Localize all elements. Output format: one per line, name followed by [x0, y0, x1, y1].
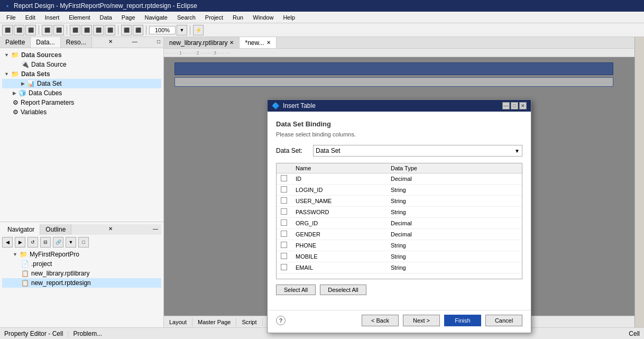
menu-insert[interactable]: Insert [41, 13, 64, 22]
next-button[interactable]: Next > [403, 315, 440, 326]
menu-element[interactable]: Element [65, 13, 94, 22]
cancel-button[interactable]: Cancel [485, 315, 522, 326]
nav-back-btn[interactable]: ◀ [2, 237, 13, 248]
toolbar-btn-5[interactable]: ⬛ [53, 25, 64, 35]
toolbar-btn-extra[interactable]: ⚡ [193, 25, 204, 35]
tree-item-report-parameters[interactable]: ⚙ Report Parameters [2, 98, 161, 107]
nav-file-project[interactable]: 📄 .project [2, 259, 161, 269]
row-checkbox-3[interactable] [281, 208, 287, 215]
nav-forward-btn[interactable]: ▶ [15, 237, 25, 248]
tree-item-data-cubes[interactable]: ▶ 🧊 Data Cubes [2, 88, 161, 98]
menu-navigate[interactable]: Navigate [141, 13, 172, 22]
row-checkbox-7[interactable] [281, 253, 287, 259]
table-row[interactable]: EMAIL String [277, 262, 522, 273]
right-gutter [634, 37, 644, 327]
modal-minimize-btn[interactable]: — [502, 102, 510, 109]
row-checkbox-2[interactable] [281, 197, 287, 204]
tab-outline[interactable]: Outline [40, 224, 71, 235]
table-row[interactable]: ID Decimal [277, 173, 522, 185]
tree-item-data-set[interactable]: ▶ 📊 Data Set [2, 79, 161, 88]
row-checkbox-5[interactable] [281, 231, 287, 237]
row-checkbox-1[interactable] [281, 186, 287, 193]
tree-item-variables[interactable]: ⚙ Variables [2, 107, 161, 117]
params-icon: ⚙ [13, 99, 19, 106]
modal-maximize-btn[interactable]: □ [511, 102, 518, 109]
toolbar-btn-2[interactable]: ⬛ [14, 25, 24, 35]
tab-library-close[interactable]: ✕ [229, 40, 234, 45]
dataset-select[interactable]: Data Set ▼ [313, 145, 522, 157]
menu-page[interactable]: Page [117, 13, 140, 22]
tab-script[interactable]: Script [236, 318, 262, 326]
toolbar-btn-1[interactable]: ⬛ [2, 25, 13, 35]
tab-data[interactable]: Data... [31, 37, 60, 48]
row-checkbox-0[interactable] [281, 175, 287, 181]
menu-bar: File Edit Insert Element Data Page Navig… [0, 12, 644, 23]
back-button[interactable]: < Back [362, 315, 399, 326]
nav-file-library[interactable]: 📋 new_library.rptlibrary [2, 269, 161, 278]
menu-project[interactable]: Project [201, 13, 227, 22]
row-name-6: PHONE [291, 240, 387, 251]
finish-button[interactable]: Finish [444, 315, 481, 326]
menu-file[interactable]: File [2, 13, 20, 22]
table-row[interactable]: PASSWORD String [277, 207, 522, 218]
expand-data-sources[interactable]: ▼ [4, 52, 9, 58]
tab-new-report[interactable]: *new... ✕ [240, 37, 276, 48]
row-checkbox-6[interactable] [281, 242, 287, 248]
expand-dataset[interactable]: ▶ [21, 81, 25, 86]
panel-close-btn[interactable]: ✕ [105, 37, 116, 48]
toolbar-btn-11[interactable]: ⬛ [133, 25, 143, 35]
row-type-8: String [387, 262, 522, 273]
binding-columns-table-container[interactable]: Name Data Type ID Decimal LOGIN_ID Strin… [276, 163, 522, 279]
panel-maximize-btn[interactable]: □ [154, 37, 163, 48]
select-arrow-icon: ▼ [514, 148, 520, 154]
menu-edit[interactable]: Edit [21, 13, 40, 22]
nav-close-btn[interactable]: ✕ [105, 224, 116, 235]
menu-run[interactable]: Run [228, 13, 247, 22]
tab-library[interactable]: new_library.rptlibrary ✕ [164, 37, 240, 48]
tab-navigator[interactable]: Navigator [2, 224, 40, 235]
table-row[interactable]: USER_NAME String [277, 196, 522, 207]
expand-data-sets[interactable]: ▼ [4, 71, 9, 77]
table-row[interactable]: PHONE String [277, 240, 522, 251]
select-all-button[interactable]: Select All [276, 285, 316, 295]
app-icon: 🔹 [4, 3, 11, 9]
toolbar-btn-8[interactable]: ⬛ [93, 25, 104, 35]
deselect-all-button[interactable]: Deselect All [320, 285, 366, 295]
toolbar-btn-10[interactable]: ⬛ [121, 25, 132, 35]
toolbar-btn-7[interactable]: ⬛ [81, 25, 92, 35]
row-checkbox-4[interactable] [281, 219, 287, 226]
tree-item-data-source[interactable]: 🔌 Data Source [2, 60, 161, 69]
table-row[interactable]: GENDER Decimal [277, 229, 522, 240]
tab-report-close[interactable]: ✕ [266, 40, 271, 45]
row-name-3: PASSWORD [291, 207, 387, 218]
panel-minimize-btn[interactable]: — [129, 37, 141, 48]
toolbar-btn-9[interactable]: ⬛ [105, 25, 115, 35]
table-row[interactable]: ORG_ID Decimal [277, 218, 522, 229]
menu-search[interactable]: Search [173, 13, 200, 22]
zoom-input[interactable]: 100% [149, 26, 176, 34]
toolbar-zoom-btn[interactable]: ▼ [177, 25, 187, 35]
nav-settings-btn[interactable]: ▼ [66, 237, 76, 248]
menu-window[interactable]: Window [249, 13, 278, 22]
table-row[interactable]: MOBILE String [277, 251, 522, 262]
nav-collapse-btn[interactable]: ⊟ [40, 237, 51, 248]
help-icon[interactable]: ? [276, 316, 286, 325]
nav-minimize-btn[interactable]: — [150, 224, 161, 235]
tab-palette[interactable]: Palette [0, 37, 31, 48]
nav-link-btn[interactable]: 🔗 [53, 237, 63, 248]
modal-close-btn[interactable]: ✕ [519, 102, 527, 109]
row-checkbox-8[interactable] [281, 264, 287, 270]
table-row[interactable]: LOGIN_ID String [277, 185, 522, 196]
toolbar-btn-3[interactable]: ⬛ [25, 25, 36, 35]
toolbar-btn-4[interactable]: ⬛ [42, 25, 52, 35]
nav-refresh-btn[interactable]: ↺ [27, 237, 38, 248]
nav-project-item[interactable]: ▼ 📁 MyFirstReportPro [2, 250, 161, 259]
nav-expand-btn[interactable]: □ [78, 237, 89, 248]
tab-master-page[interactable]: Master Page [192, 318, 236, 326]
nav-file-report[interactable]: 📋 new_report.rptdesign [2, 278, 161, 288]
menu-data[interactable]: Data [96, 13, 116, 22]
menu-help[interactable]: Help [279, 13, 299, 22]
tab-reso[interactable]: Reso... [61, 37, 92, 48]
tab-layout[interactable]: Layout [164, 318, 192, 326]
toolbar-btn-6[interactable]: ⬛ [70, 25, 80, 35]
